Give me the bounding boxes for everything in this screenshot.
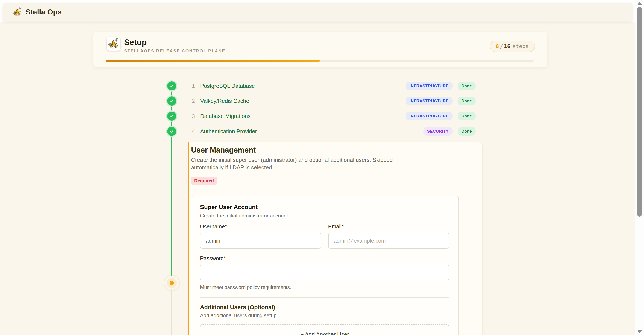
stella-ops-logo-icon — [12, 7, 22, 17]
scrollbar-down-arrow[interactable] — [637, 330, 642, 333]
super-user-form-card: Super User Account Create the initial ad… — [190, 196, 459, 335]
step-row-postgresql[interactable]: 1 PostgreSQL Database INFRASTRUCTURE Don… — [189, 81, 476, 91]
step-row-auth-provider[interactable]: 4 Authentication Provider SECURITY Done — [189, 126, 476, 136]
step-badges: SECURITY Done — [423, 127, 476, 136]
password-field-group: Password* Must meet password policy requ… — [200, 255, 449, 290]
email-input[interactable] — [328, 233, 450, 249]
timeline-line-upcoming — [171, 289, 172, 335]
setup-title: Setup — [124, 38, 226, 47]
password-help-text: Must meet password policy requirements. — [200, 284, 449, 290]
username-email-row: Username* Email* — [200, 223, 449, 249]
app-screen: Stella Ops Setup STELLAOPS RELEASE CONTR… — [0, 0, 644, 335]
step-check-icon — [167, 127, 176, 136]
setup-star-icon — [108, 38, 119, 50]
super-user-heading: Super User Account — [200, 203, 449, 211]
username-input[interactable] — [200, 233, 321, 249]
step-badges: INFRASTRUCTURE Done — [406, 82, 476, 90]
step-check-icon — [167, 112, 176, 121]
steps-suffix: steps — [512, 43, 529, 50]
email-label: Email* — [328, 223, 450, 230]
scrollbar-thumb[interactable] — [637, 7, 642, 217]
user-management-panel: User Management Create the initial super… — [188, 142, 482, 335]
status-badge: Done — [458, 97, 476, 105]
step-number: 3 — [189, 113, 195, 119]
step-check-icon — [167, 82, 176, 91]
setup-progress-card: Setup STELLAOPS RELEASE CONTROL PLANE 8 … — [94, 32, 547, 67]
setup-subtitle: STELLAOPS RELEASE CONTROL PLANE — [124, 49, 226, 54]
step-label: PostgreSQL Database — [200, 83, 255, 89]
step-label: Valkey/Redis Cache — [200, 98, 249, 104]
status-badge: Done — [458, 127, 476, 136]
step-label: Authentication Provider — [200, 128, 257, 135]
steps-separator: / — [500, 43, 503, 50]
steps-count-badge: 8 / 16 steps — [490, 41, 535, 52]
current-step-dot — [170, 281, 174, 285]
step-check-icon — [167, 97, 176, 106]
password-label: Password* — [200, 255, 449, 261]
brand-name: Stella Ops — [26, 8, 62, 16]
category-badge: INFRASTRUCTURE — [406, 112, 452, 120]
step-row-db-migrations[interactable]: 3 Database Migrations INFRASTRUCTURE Don… — [189, 111, 476, 121]
step-badges: INFRASTRUCTURE Done — [406, 97, 476, 105]
panel-description: Create the initial super user (administr… — [191, 156, 423, 171]
additional-users-description: Add additional users during setup. — [200, 312, 449, 319]
category-badge: SECURITY — [423, 127, 452, 136]
top-header-bar: Stella Ops — [3, 3, 632, 21]
setup-logo-tile — [107, 37, 120, 51]
category-badge: INFRASTRUCTURE — [406, 82, 452, 90]
add-another-user-button[interactable]: + Add Another User — [200, 324, 449, 335]
step-number: 2 — [189, 98, 195, 104]
super-user-description: Create the initial administrator account… — [200, 212, 449, 219]
step-badges: INFRASTRUCTURE Done — [406, 112, 476, 120]
required-badge: Required — [191, 177, 217, 185]
panel-title: User Management — [191, 145, 482, 155]
scrollbar-gutter — [636, 0, 644, 335]
setup-titles: Setup STELLAOPS RELEASE CONTROL PLANE — [124, 38, 226, 54]
status-badge: Done — [458, 82, 476, 90]
password-input[interactable] — [200, 264, 449, 280]
steps-done-count: 8 — [496, 43, 499, 50]
step-row-valkey-redis[interactable]: 2 Valkey/Redis Cache INFRASTRUCTURE Done — [189, 96, 476, 106]
section-divider — [200, 297, 449, 298]
step-number: 1 — [189, 83, 195, 89]
setup-progress-fill — [106, 60, 320, 62]
status-badge: Done — [458, 112, 476, 120]
step-label: Database Migrations — [200, 113, 250, 119]
setup-progress-track — [106, 60, 534, 62]
username-label: Username* — [200, 223, 321, 230]
category-badge: INFRASTRUCTURE — [406, 97, 452, 105]
step-number: 4 — [189, 128, 195, 135]
steps-total-count: 16 — [504, 43, 510, 50]
scrollbar-up-arrow[interactable] — [637, 2, 642, 5]
email-field-group: Email* — [328, 223, 450, 249]
additional-users-heading: Additional Users (Optional) — [200, 304, 449, 311]
username-field-group: Username* — [200, 223, 321, 249]
